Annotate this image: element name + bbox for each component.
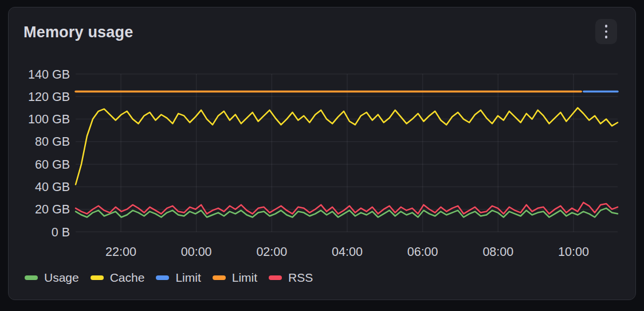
x-axis-tick-label: 06:00 xyxy=(407,245,438,259)
x-axis-tick-label: 08:00 xyxy=(482,245,513,259)
y-axis-tick-label: 60 GB xyxy=(35,158,70,172)
y-axis-tick-label: 0 B xyxy=(52,226,70,239)
y-axis-tick-label: 20 GB xyxy=(35,203,70,216)
memory-usage-chart-plot-area[interactable]: 0 B20 GB40 GB60 GB80 GB100 GB120 GB140 G… xyxy=(9,7,637,301)
legend-label: RSS xyxy=(288,271,313,285)
legend-swatch-icon xyxy=(156,275,169,280)
x-axis-tick-label: 04:00 xyxy=(332,245,363,259)
legend-swatch-icon xyxy=(213,275,226,280)
y-axis-tick-label: 140 GB xyxy=(28,68,70,81)
legend-label: Limit xyxy=(232,271,257,285)
y-axis-tick-label: 120 GB xyxy=(28,90,70,104)
legend-swatch-icon xyxy=(91,275,104,280)
x-axis-tick-label: 00:00 xyxy=(181,245,212,259)
y-axis-tick-label: 100 GB xyxy=(28,112,70,126)
x-axis-tick-label: 10:00 xyxy=(558,245,589,259)
chart-legend: UsageCacheLimitLimitRSS xyxy=(25,271,313,285)
legend-item-usage[interactable]: Usage xyxy=(25,271,79,285)
legend-label: Cache xyxy=(110,271,145,285)
legend-swatch-icon xyxy=(25,275,38,280)
legend-swatch-icon xyxy=(269,275,282,280)
x-axis-tick-label: 22:00 xyxy=(105,245,136,259)
y-axis-tick-label: 80 GB xyxy=(35,135,70,149)
legend-item-limit[interactable]: Limit xyxy=(156,271,201,285)
legend-label: Limit xyxy=(175,271,201,285)
legend-item-rss[interactable]: RSS xyxy=(269,271,313,285)
memory-usage-panel: Memory usage 0 B20 GB40 GB60 GB80 GB100 … xyxy=(8,7,636,300)
x-axis-tick-label: 02:00 xyxy=(256,245,287,259)
legend-item-limit[interactable]: Limit xyxy=(213,271,257,285)
legend-label: Usage xyxy=(44,271,79,285)
y-axis-tick-label: 40 GB xyxy=(35,180,70,194)
legend-item-cache[interactable]: Cache xyxy=(91,271,145,285)
